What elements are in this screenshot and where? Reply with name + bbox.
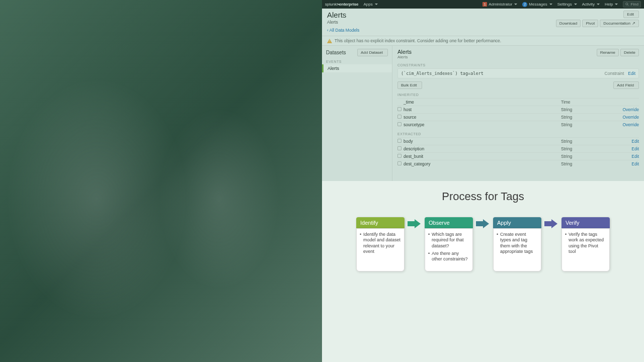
- pivot-button[interactable]: Pivot: [582, 20, 598, 27]
- step-body: Identify the data model and dataset rele…: [356, 228, 405, 272]
- sidebar-item-alerts[interactable]: Alerts: [322, 64, 392, 72]
- warning-banner: This object has no explicit index constr…: [322, 36, 644, 46]
- override-link[interactable]: Override: [611, 115, 639, 120]
- diagram-title: Process for Tags: [332, 190, 634, 203]
- arrow-icon: [476, 219, 490, 228]
- chevron-down-icon: [375, 4, 378, 5]
- step-body: Create event types and tag them with the…: [493, 228, 541, 272]
- sidebar-title: Datasets: [326, 50, 357, 55]
- step-body: Verify the tags work as expected using t…: [561, 228, 610, 272]
- table-row: descriptionStringEdit: [397, 145, 639, 152]
- splunk-pane: splunk>enterprise Apps 1 Administrator 2…: [322, 0, 644, 181]
- add-field-button[interactable]: Add Field: [613, 81, 639, 89]
- sidebar-group-label: EVENTS: [322, 59, 392, 64]
- apps-menu[interactable]: Apps: [363, 2, 377, 7]
- checkbox[interactable]: [397, 122, 401, 126]
- help-menu[interactable]: Help: [605, 2, 618, 7]
- breadcrumb: Alerts: [327, 20, 556, 25]
- edit-link[interactable]: Edit: [611, 154, 639, 159]
- table-row: sourcetypeStringOverride: [397, 121, 639, 128]
- inherited-label: INHERITED: [397, 93, 639, 97]
- checkbox[interactable]: [397, 107, 401, 111]
- page-header: Alerts Alerts ‹ All Data Models Edit Dow…: [322, 9, 644, 36]
- step-verify: VerifyVerify the tags work as expected u…: [561, 217, 610, 272]
- delete-button[interactable]: Delete: [620, 49, 639, 56]
- bulk-edit-button[interactable]: Bulk Edit: [397, 81, 422, 89]
- search-input[interactable]: Find: [623, 1, 641, 8]
- step-header: Observe: [425, 217, 473, 228]
- add-dataset-button[interactable]: Add Dataset: [357, 49, 388, 56]
- edit-link[interactable]: Edit: [611, 146, 639, 151]
- override-link[interactable]: Override: [611, 122, 639, 127]
- step-identify: IdentifyIdentify the data model and data…: [356, 217, 405, 272]
- table-row: hostStringOverride: [397, 106, 639, 113]
- constraints-label: CONSTRAINTS: [397, 63, 639, 67]
- checkbox[interactable]: [397, 139, 401, 143]
- datasets-sidebar: Datasets Add Dataset EVENTS Alerts: [322, 46, 392, 181]
- administrator-menu[interactable]: Administrator: [489, 2, 517, 7]
- topbar: splunk>enterprise Apps 1 Administrator 2…: [322, 0, 644, 9]
- messages-badge[interactable]: 2: [522, 2, 527, 7]
- step-header: Apply: [493, 217, 541, 228]
- back-link[interactable]: ‹ All Data Models: [327, 28, 359, 33]
- constraint-edit-link[interactable]: Edit: [628, 71, 635, 76]
- settings-menu[interactable]: Settings: [557, 2, 577, 7]
- download-button[interactable]: Download: [556, 20, 581, 27]
- table-row: dest_categoryStringEdit: [397, 160, 639, 167]
- edit-button[interactable]: Edit: [623, 11, 639, 18]
- main-panel: Alerts Alerts Rename Delete CONSTRAINTS …: [392, 46, 644, 181]
- svg-point-0: [626, 3, 628, 5]
- edit-link[interactable]: Edit: [611, 161, 639, 166]
- external-link-icon: ↗: [632, 21, 635, 26]
- warning-icon: [327, 39, 332, 43]
- arrow-icon: [408, 219, 422, 228]
- constraint-row: (`cim_Alerts_indexes`) tag=alert Constra…: [397, 68, 639, 78]
- table-row: _timeTime: [397, 98, 639, 106]
- page-title: Alerts: [327, 11, 556, 19]
- step-header: Identify: [356, 217, 405, 228]
- edit-link[interactable]: Edit: [611, 139, 639, 144]
- messages-menu[interactable]: Messages: [529, 2, 552, 7]
- table-row: sourceStringOverride: [397, 113, 639, 121]
- step-observe: ObserveWhich tags are required for that …: [425, 217, 473, 272]
- rename-button[interactable]: Rename: [597, 49, 619, 56]
- extracted-label: EXTRACTED: [397, 132, 639, 136]
- decorative-photo: [0, 0, 322, 362]
- step-header: Verify: [561, 217, 610, 228]
- object-subtitle: Alerts: [397, 55, 597, 59]
- brand: splunk>enterprise: [325, 2, 358, 7]
- object-title: Alerts: [397, 49, 597, 55]
- activity-menu[interactable]: Activity: [582, 2, 600, 7]
- checkbox[interactable]: [397, 154, 401, 158]
- arrow-icon: [544, 219, 558, 228]
- alert-badge[interactable]: 1: [482, 2, 487, 7]
- step-apply: ApplyCreate event types and tag them wit…: [493, 217, 541, 272]
- override-link[interactable]: Override: [611, 107, 639, 112]
- process-diagram: Process for Tags IdentifyIdentify the da…: [322, 181, 644, 362]
- table-row: dest_bunitStringEdit: [397, 152, 639, 160]
- checkbox[interactable]: [397, 115, 401, 119]
- checkbox[interactable]: [397, 161, 401, 165]
- search-icon: [625, 3, 629, 6]
- documentation-button[interactable]: Documentation ↗: [600, 20, 639, 27]
- step-body: Which tags are required for that dataset…: [425, 228, 473, 272]
- table-row: bodyStringEdit: [397, 137, 639, 145]
- svg-line-1: [628, 5, 629, 6]
- checkbox[interactable]: [397, 146, 401, 150]
